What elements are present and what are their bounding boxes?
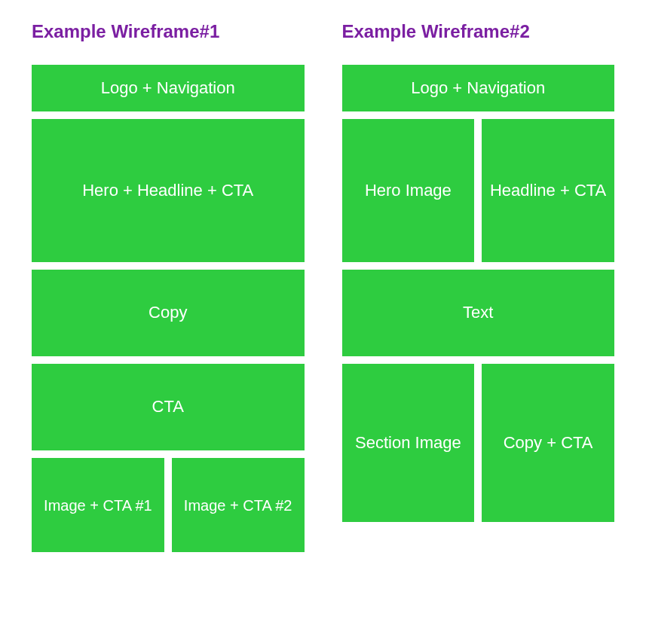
wireframe-comparison: Example Wireframe#1 Logo + Navigation He… <box>32 21 614 552</box>
wireframe-1-column: Example Wireframe#1 Logo + Navigation He… <box>32 21 305 552</box>
wireframe-1-body: Logo + Navigation Hero + Headline + CTA … <box>32 65 305 552</box>
wireframe-1-hero-block: Hero + Headline + CTA <box>32 119 305 262</box>
wireframe-1-image-row: Image + CTA #1 Image + CTA #2 <box>32 458 305 552</box>
wireframe-2-nav-block: Logo + Navigation <box>342 65 615 111</box>
wireframe-2-copycta-block: Copy + CTA <box>482 364 614 522</box>
wireframe-2-body: Logo + Navigation Hero Image Headline + … <box>342 65 615 522</box>
wireframe-2-sectionimg-block: Section Image <box>342 364 475 522</box>
wireframe-2-column: Example Wireframe#2 Logo + Navigation He… <box>342 21 615 552</box>
wireframe-1-nav-block: Logo + Navigation <box>32 65 305 111</box>
wireframe-1-imgcta2-block: Image + CTA #2 <box>172 458 305 552</box>
wireframe-1-title: Example Wireframe#1 <box>32 21 305 42</box>
wireframe-2-section-row: Section Image Copy + CTA <box>342 364 615 522</box>
wireframe-2-hero-row: Hero Image Headline + CTA <box>342 119 615 262</box>
wireframe-1-cta-block: CTA <box>32 364 305 450</box>
wireframe-2-heroimg-block: Hero Image <box>342 119 475 262</box>
wireframe-1-imgcta1-block: Image + CTA #1 <box>32 458 164 552</box>
wireframe-2-text-block: Text <box>342 270 615 356</box>
wireframe-2-headline-block: Headline + CTA <box>482 119 614 262</box>
wireframe-2-title: Example Wireframe#2 <box>342 21 615 42</box>
wireframe-1-copy-block: Copy <box>32 270 305 356</box>
